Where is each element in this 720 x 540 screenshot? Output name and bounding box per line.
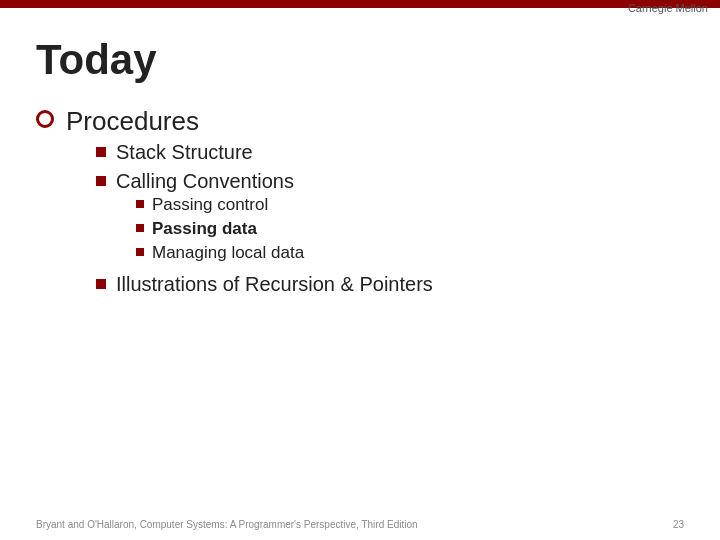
sub-item: Calling Conventions Passing control Pass… [96,170,433,267]
sub-sub-item: Passing control [136,195,304,215]
sub-sub-item-label-2: Managing local data [152,243,304,263]
footer-right: 23 [673,519,684,530]
sub-item: Stack Structure [96,141,433,164]
sub-sub-bullet [136,200,144,208]
main-item: Procedures Stack Structure Calling Conve… [36,106,684,302]
slide-content: Today Procedures Stack Structure [0,8,720,332]
footer-left: Bryant and O'Hallaron, Computer Systems:… [36,519,418,530]
sub-item-label-1: Calling Conventions [116,170,294,192]
sub-item: Illustrations of Recursion & Pointers [96,273,433,296]
top-bar [0,0,720,8]
footer: Bryant and O'Hallaron, Computer Systems:… [0,519,720,530]
sub-sub-item: Passing data [136,219,304,239]
main-list: Procedures Stack Structure Calling Conve… [36,106,684,302]
bullet-circle [36,110,54,128]
sub-sub-bullet [136,224,144,232]
sub-sub-item-label-1: Passing data [152,219,257,239]
slide-title: Today [36,36,684,84]
sub-sub-list: Passing control Passing data Managing lo… [136,195,304,263]
sub-sub-item: Managing local data [136,243,304,263]
sub-list: Stack Structure Calling Conventions Pass… [96,141,433,296]
sub-bullet [96,176,106,186]
sub-bullet [96,279,106,289]
main-item-label: Procedures [66,106,199,136]
sub-bullet [96,147,106,157]
sub-item-label-2: Illustrations of Recursion & Pointers [116,273,433,295]
sub-sub-item-label-0: Passing control [152,195,268,215]
sub-item-label-0: Stack Structure [116,141,253,163]
cmu-label: Carnegie Mellon [628,0,708,15]
sub-sub-bullet [136,248,144,256]
